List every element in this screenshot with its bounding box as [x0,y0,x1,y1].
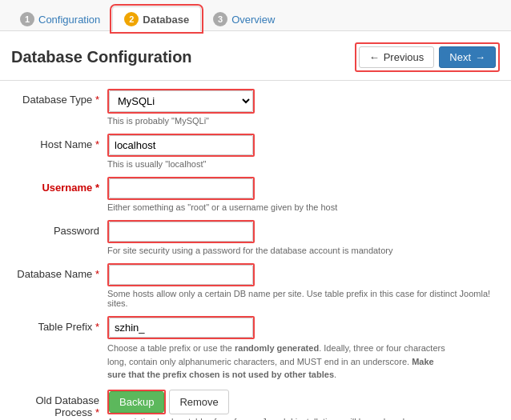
database-type-select-wrapper: MySQLi MySQL PostgreSQL [107,89,255,114]
form-body: Database Type * MySQLi MySQL PostgreSQL … [0,81,511,420]
database-type-hint: This is probably "MySQLi" [107,116,500,126]
database-type-label: Database Type * [11,89,107,106]
database-name-label: Database Name * [11,263,107,280]
tab-configuration-label: Configuration [38,14,100,26]
backup-button[interactable]: Backup [109,391,164,413]
old-database-buttons: Backup Remove [107,390,500,414]
host-name-input-wrapper [107,134,255,157]
password-content: For site security using a password for t… [107,220,500,255]
required-star-username: * [95,182,99,194]
page-title: Database Configuration [11,48,192,66]
username-label: Username * [11,177,107,194]
next-button[interactable]: Next → [439,46,496,68]
nav-tabs: 1 Configuration 2 Database 3 Overview [0,0,511,31]
backup-button-wrapper: Backup [107,390,166,414]
host-name-input[interactable] [109,135,253,155]
old-database-process-label: Old Database Process * [11,390,107,418]
password-hint: For site security using a password for t… [107,246,500,255]
host-name-label: Host Name * [11,134,107,150]
table-prefix-input-wrapper [107,316,255,339]
table-prefix-label: Table Prefix * [11,316,107,333]
tab-configuration-badge: 1 [20,12,34,26]
required-star: * [95,94,99,106]
database-name-content: Some hosts allow only a certain DB name … [107,263,500,308]
old-database-process-group: Old Database Process * Backup Remove Any… [11,390,500,421]
required-star-dbname: * [95,268,99,280]
table-prefix-input[interactable] [109,318,253,338]
database-type-group: Database Type * MySQLi MySQL PostgreSQL … [11,89,500,126]
tab-database[interactable]: 2 Database [112,6,201,31]
username-group: Username * Either something as "root" or… [11,177,500,212]
password-label: Password [11,220,107,237]
header-buttons: ← Previous Next → [355,42,500,72]
password-input-wrapper [107,220,255,243]
table-prefix-group: Table Prefix * Choose a table prefix or … [11,316,500,382]
required-star-hostname: * [95,138,99,150]
old-database-process-content: Backup Remove Any existing backup tables… [107,390,500,421]
tab-database-badge: 2 [124,12,139,26]
next-button-label: Next [449,51,471,63]
remove-button[interactable]: Remove [169,390,228,414]
previous-button-label: Previous [384,51,424,63]
required-star-old-db: * [95,406,99,418]
database-name-hint: Some hosts allow only a certain DB name … [107,289,500,308]
database-name-input[interactable] [109,265,253,285]
password-group: Password For site security using a passw… [11,220,500,255]
tab-overview[interactable]: 3 Overview [201,6,287,31]
password-input[interactable] [109,222,253,242]
tab-database-label: Database [143,14,189,26]
host-name-group: Host Name * This is usually "localhost" [11,134,500,169]
username-content: Either something as "root" or a username… [107,177,500,212]
database-type-select[interactable]: MySQLi MySQL PostgreSQL [109,90,253,112]
old-database-process-hint: Any existing backup tables from former J… [107,417,500,421]
database-name-group: Database Name * Some hosts allow only a … [11,263,500,308]
tab-overview-label: Overview [231,14,275,26]
tab-overview-badge: 3 [213,12,227,26]
host-name-content: This is usually "localhost" [107,134,500,169]
database-type-content: MySQLi MySQL PostgreSQL This is probably… [107,89,500,126]
username-input[interactable] [109,178,253,198]
database-name-input-wrapper [107,263,255,286]
host-name-hint: This is usually "localhost" [107,159,500,169]
page-header: Database Configuration ← Previous Next → [0,31,511,81]
required-star-prefix: * [95,321,99,333]
tab-configuration[interactable]: 1 Configuration [8,6,112,31]
username-hint: Either something as "root" or a username… [107,202,500,212]
next-arrow-icon: → [475,51,485,63]
username-input-wrapper [107,177,255,200]
previous-button[interactable]: ← Previous [359,46,435,68]
table-prefix-content: Choose a table prefix or use the randoml… [107,316,500,382]
table-prefix-hint: Choose a table prefix or use the randoml… [107,342,452,382]
previous-arrow-icon: ← [369,51,380,63]
